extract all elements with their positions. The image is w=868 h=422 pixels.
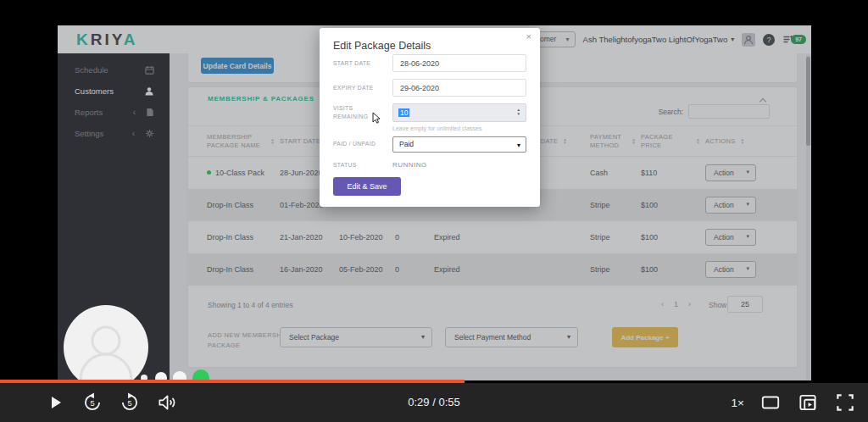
number-stepper-icon[interactable] <box>517 108 520 116</box>
close-icon[interactable]: × <box>526 31 531 42</box>
fullscreen-icon <box>834 391 856 414</box>
status-label: STATUS <box>333 161 389 169</box>
miniplayer-icon <box>797 391 819 414</box>
forward-5-button[interactable]: 5 <box>119 391 141 414</box>
fullscreen-button[interactable] <box>834 391 856 414</box>
paid-unpaid-label: PAID / UNPAID <box>333 140 389 148</box>
playback-speed-button[interactable]: 1× <box>732 397 744 409</box>
rewind-5-button[interactable]: 5 <box>81 391 103 414</box>
miniplayer-button[interactable] <box>797 391 819 414</box>
forward-5-icon: 5 <box>119 391 141 414</box>
webcam-avatar <box>64 305 148 380</box>
start-date-label: START DATE <box>333 59 389 68</box>
app-screenshot: KRIYA Find A Customer Ash Thelightofyoga… <box>58 25 811 380</box>
rewind-5-icon: 5 <box>81 391 103 414</box>
volume-button[interactable] <box>156 391 178 414</box>
mouse-cursor <box>372 112 381 124</box>
visits-remaining-input[interactable]: 10 <box>392 103 526 122</box>
expiry-date-label: EXPIRY DATE <box>333 84 389 92</box>
start-date-input[interactable] <box>392 54 526 72</box>
video-controls-bar: 5 5 0:29 / 0:55 1× <box>0 383 868 422</box>
edit-save-button[interactable]: Edit & Save <box>333 177 401 196</box>
theater-mode-button[interactable] <box>760 391 782 414</box>
selected-text: 10 <box>398 108 409 117</box>
play-icon <box>46 392 66 413</box>
edit-package-modal: Edit Package Details × START DATE EXPIRY… <box>320 28 540 207</box>
controls-left: 5 5 <box>46 383 178 422</box>
video-player: KRIYA Find A Customer Ash Thelightofyoga… <box>0 0 868 422</box>
visits-help-text: Leave empty for unlimited classes <box>392 125 481 131</box>
time-display: 0:29 / 0:55 <box>408 383 459 422</box>
svg-text:5: 5 <box>90 399 94 408</box>
expiry-date-input[interactable] <box>392 79 526 97</box>
svg-text:5: 5 <box>127 399 131 408</box>
volume-icon <box>156 391 178 414</box>
theater-mode-icon <box>760 391 782 414</box>
paid-unpaid-select[interactable]: Paid <box>392 136 526 153</box>
play-button[interactable] <box>46 392 66 413</box>
modal-title: Edit Package Details <box>333 40 431 52</box>
controls-right: 1× <box>732 383 856 422</box>
video-progress-bar[interactable] <box>0 380 465 383</box>
status-value: RUNNING <box>392 161 427 169</box>
